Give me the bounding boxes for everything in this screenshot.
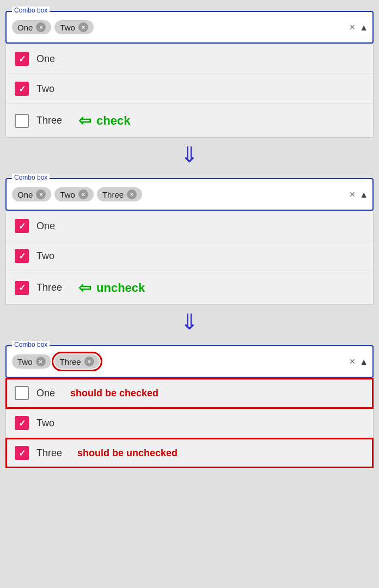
checkbox-three-1[interactable] xyxy=(15,114,29,128)
combo-box-1[interactable]: Combo box One × Two × × ▲ xyxy=(5,11,374,44)
dropdown-1: One Two Three ⇦ check xyxy=(5,44,374,138)
combo-wrapper-2: Combo box One × Two × Three × × ▲ xyxy=(5,178,374,211)
list-item-two-2[interactable]: Two xyxy=(6,241,373,271)
combo-arrow-1[interactable]: ▲ xyxy=(359,22,368,32)
uncheck-arrow-icon: ⇦ xyxy=(78,279,91,297)
checkbox-three-3[interactable] xyxy=(15,446,29,460)
checkbox-one-1[interactable] xyxy=(15,52,29,66)
list-item-one-1[interactable]: One xyxy=(6,44,373,74)
checkbox-one-3[interactable] xyxy=(15,386,29,400)
tag-one-2-remove[interactable]: × xyxy=(36,189,46,199)
list-item-three-1[interactable]: Three ⇦ check xyxy=(6,104,373,137)
check-label: check xyxy=(96,114,130,128)
list-item-two-1[interactable]: Two xyxy=(6,74,373,104)
combo-controls-3: × ▲ xyxy=(350,356,368,367)
checkbox-two-3[interactable] xyxy=(15,416,29,430)
tag-two-2-label: Two xyxy=(60,190,75,199)
tag-one-1: One × xyxy=(12,20,51,34)
tag-two-1-remove[interactable]: × xyxy=(78,22,88,32)
should-be-checked-label: should be checked xyxy=(70,388,158,399)
dropdown-2: One Two Three ⇦ uncheck xyxy=(5,211,374,305)
list-item-one-3[interactable]: One should be checked xyxy=(6,378,373,408)
tag-three-3-label: Three xyxy=(60,357,81,366)
tag-two-3-label: Two xyxy=(17,357,33,366)
item-label-three-3: Three xyxy=(36,448,62,459)
tag-three-3-remove[interactable]: × xyxy=(84,357,94,366)
tag-three-3: Three × xyxy=(54,354,100,369)
combo-clear-3[interactable]: × xyxy=(350,356,356,367)
combo-wrapper-1: Combo box One × Two × × ▲ xyxy=(5,7,374,44)
tag-two-2: Two × xyxy=(54,187,94,201)
list-item-two-3[interactable]: Two xyxy=(6,408,373,438)
tag-two-1-label: Two xyxy=(60,23,75,32)
item-label-one-2: One xyxy=(36,220,55,232)
combo-label-3: Combo box xyxy=(12,341,50,348)
checkbox-three-2[interactable] xyxy=(15,281,29,295)
combo-label-1: Combo box xyxy=(12,7,50,14)
combo-box-3[interactable]: Combo box Two × Three × × ▲ xyxy=(5,345,374,378)
dropdown-3: One should be checked Two Three should b… xyxy=(5,378,374,468)
item-label-two-1: Two xyxy=(36,83,54,95)
combo-controls-2: × ▲ xyxy=(350,189,368,200)
checkbox-two-2[interactable] xyxy=(15,249,29,263)
tag-one-2-label: One xyxy=(17,190,33,199)
check-arrow-icon: ⇦ xyxy=(78,112,91,130)
combo-controls-1: × ▲ xyxy=(350,22,368,33)
combo-arrow-2[interactable]: ▲ xyxy=(359,189,368,199)
tag-one-2: One × xyxy=(12,187,51,201)
down-arrow-1: ⇓ xyxy=(0,138,379,171)
list-item-three-2[interactable]: Three ⇦ uncheck xyxy=(6,271,373,304)
combo-label-2: Combo box xyxy=(12,174,50,181)
list-item-three-3[interactable]: Three should be unchecked xyxy=(6,438,373,468)
tag-three-2-remove[interactable]: × xyxy=(127,189,137,199)
checkbox-two-1[interactable] xyxy=(15,82,29,96)
item-label-two-2: Two xyxy=(36,250,54,262)
tag-three-2-label: Three xyxy=(102,190,124,199)
combo-wrapper-3: Combo box Two × Three × × ▲ xyxy=(5,345,374,378)
tag-three-2: Three × xyxy=(97,187,142,201)
item-label-three-1: Three xyxy=(36,115,62,126)
down-arrow-2: ⇓ xyxy=(0,305,379,339)
item-label-three-2: Three xyxy=(36,282,62,293)
uncheck-label: uncheck xyxy=(96,281,145,295)
tag-one-1-remove[interactable]: × xyxy=(36,22,46,32)
item-label-one-1: One xyxy=(36,53,55,65)
should-be-unchecked-label: should be unchecked xyxy=(77,448,178,459)
list-item-one-2[interactable]: One xyxy=(6,211,373,241)
item-label-two-3: Two xyxy=(36,418,54,429)
tag-two-3: Two × xyxy=(12,354,51,369)
tag-two-2-remove[interactable]: × xyxy=(78,189,88,199)
item-label-one-3: One xyxy=(36,388,55,399)
combo-arrow-3[interactable]: ▲ xyxy=(359,357,368,366)
tag-one-1-label: One xyxy=(17,23,33,32)
checkbox-one-2[interactable] xyxy=(15,219,29,233)
combo-clear-1[interactable]: × xyxy=(350,22,356,33)
combo-clear-2[interactable]: × xyxy=(350,189,356,200)
tag-two-3-remove[interactable]: × xyxy=(36,357,46,366)
combo-box-2[interactable]: Combo box One × Two × Three × × ▲ xyxy=(5,178,374,211)
tag-two-1: Two × xyxy=(54,20,94,34)
